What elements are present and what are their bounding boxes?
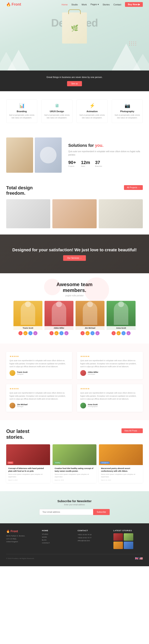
jim-testimonial-author: Jim Michael Manager [9, 403, 69, 408]
newsletter-email-input[interactable] [39, 509, 93, 515]
footer-email: office@mail.dom [78, 539, 107, 542]
anna-social: f g+ t p [107, 331, 136, 335]
solutions-images [6, 138, 64, 173]
all-projects-button[interactable]: All Projects → [124, 185, 143, 190]
footer-nav-contact[interactable]: CONTACT [42, 542, 72, 544]
anna-tw-icon[interactable]: t [122, 331, 126, 335]
newsletter-subscribe-button[interactable]: Subscribe [93, 509, 110, 515]
footer-stories-title: Latest Stories [113, 530, 143, 532]
abbie-fb-icon[interactable]: f [49, 331, 54, 335]
nav-links: Home Studio Work Pages ▾ Stories Contact… [61, 2, 143, 7]
footer: 🔥 Front 48-51 Fulham S. Bondon,Lon L12 8… [0, 523, 149, 566]
flag-uk: 🇬🇧 [135, 557, 139, 560]
footer-phone-1: +0021 02 83 79 18 [78, 533, 107, 536]
footer-story-thumbnails [113, 533, 143, 549]
blog-section: Our lateststories. View All Posts → Erro… [0, 420, 149, 492]
blog-post-1[interactable]: Error Concept of bitterness with hand pa… [6, 444, 50, 483]
anna-fb-icon[interactable]: f [112, 331, 116, 335]
buy-now-button[interactable]: Buy Now ▶ [125, 2, 143, 7]
jim-author-role: Manager [17, 406, 27, 408]
anna-head [118, 301, 124, 307]
blog-post-3[interactable]: Indulgence Macaroned pastry almond assor… [99, 444, 143, 483]
jim-stars: ★★★★★ [9, 388, 69, 390]
abbie-gplus-icon[interactable]: g+ [54, 331, 59, 335]
travis-pin-icon[interactable]: p [33, 331, 37, 335]
dark-cta-section: Designed for your satisfaction! We just … [0, 234, 149, 273]
stat-projects: 90+ Projects [68, 160, 76, 167]
footer-col-brand: 🔥 Front 48-51 Fulham S. Bondon,Lon L12 8… [6, 530, 36, 549]
cta-button[interactable]: See us [67, 81, 82, 86]
nav-contact[interactable]: Contact [113, 3, 121, 6]
footer-contact-title: Contact [78, 530, 107, 532]
footer-address: 48-51 Fulham S. Bondon,Lon L12 8QQ,Unite… [6, 534, 36, 543]
abbie-stars: ★★★★★ [80, 355, 140, 358]
footer-col-stories: Latest Stories [113, 530, 143, 549]
nav-work[interactable]: Work [82, 3, 87, 6]
travis-author-info: Travis Scott Designer [17, 371, 27, 375]
testimonial-travis: ★★★★★ Quis aute iure reprehenderit in vo… [6, 352, 72, 379]
animation-desc: Sed ut perspiciatis unde omnis iste natu… [79, 114, 105, 120]
jim-pin-icon[interactable]: p [95, 331, 100, 335]
nav-studio[interactable]: Studio [71, 3, 78, 6]
jim-testimonial-text: Quis aute iure reprehenderit in voluptat… [9, 392, 69, 400]
travis-fb-icon[interactable]: f [18, 331, 22, 335]
photography-icon: 📷 [114, 103, 141, 108]
jim-fb-icon[interactable]: f [81, 331, 85, 335]
nav-home[interactable]: Home [61, 3, 67, 6]
triangle-shape-4 [133, 54, 149, 70]
newsletter-desc: Enter your email address [6, 504, 143, 506]
service-uiux: 🖥 UI/UX Design Sed ut perspiciatis unde … [41, 100, 72, 123]
footer-flags: 🇬🇧 🇺🇸 [135, 557, 143, 560]
jim-gplus-icon[interactable]: g+ [85, 331, 90, 335]
service-branding: 📊 Branding Sed ut perspiciatis unde omni… [6, 100, 37, 123]
flag-us: 🇺🇸 [139, 557, 143, 560]
portfolio-item-1[interactable] [6, 199, 50, 228]
footer-col-contact: Contact +0021 02 83 79 18 +0018 24 62 73… [78, 530, 107, 549]
footer-nav-studio[interactable]: STUDIO [42, 533, 72, 535]
view-all-posts-button[interactable]: View All Posts → [122, 428, 143, 433]
portfolio-item-3[interactable] [99, 199, 143, 228]
footer-bottom: © 2019 Frontiers. All Rights Reserved. 🇬… [6, 554, 143, 560]
blog-post-2-title: Creative food diet healthy eating concep… [55, 467, 94, 472]
blog-post-2[interactable]: Healthy Creative food diet healthy eatin… [53, 444, 96, 483]
footer-nav-links: STUDIO WORK BLOG CONTACT [42, 533, 72, 544]
blog-title: Our lateststories. [6, 428, 29, 440]
nav-stories[interactable]: Stories [103, 3, 110, 6]
portfolio-section: Total designfreedom. All Projects → [0, 179, 149, 235]
jim-tw-icon[interactable]: t [90, 331, 95, 335]
footer-story-1[interactable] [113, 533, 123, 541]
footer-col-nav: HOME STUDIO WORK BLOG CONTACT [42, 530, 72, 549]
animation-icon: ⚡ [79, 103, 105, 108]
branding-name: Branding [8, 110, 35, 112]
travis-tw-icon[interactable]: t [28, 331, 32, 335]
anna-pin-icon[interactable]: p [127, 331, 131, 335]
navigation: 🔥 Front Home Studio Work Pages ▾ Stories… [0, 0, 149, 9]
solution-image-2 [35, 138, 62, 173]
blog-post-3-content: Macaroned pastry almond assort confectio… [99, 465, 143, 483]
stat-sales-value: 12m [81, 160, 90, 165]
testimonial-jim: ★★★★★ Quis aute iure reprehenderit in vo… [6, 384, 72, 412]
blog-post-1-meta: March 6, 2019 [8, 479, 48, 481]
footer-nav-blog[interactable]: BLOG [42, 539, 72, 541]
abbie-tw-icon[interactable]: t [59, 331, 64, 335]
travis-gplus-icon[interactable]: g+ [23, 331, 27, 335]
footer-story-4[interactable] [124, 542, 133, 549]
dark-cta-button[interactable]: Our Services → [63, 255, 86, 261]
uiux-name: UI/UX Design [44, 110, 70, 112]
solutions-desc: Quis aute iure reprehenderit in voluptat… [68, 150, 143, 156]
anna-gplus-icon[interactable]: g+ [117, 331, 121, 335]
hero-section: Designed Get your subscription MOCKUP 🌿 [0, 0, 149, 70]
portfolio-item-2[interactable] [52, 199, 96, 228]
photography-name: Photography [114, 110, 141, 112]
nav-pages[interactable]: Pages ▾ [90, 3, 99, 6]
footer-story-2[interactable] [124, 533, 133, 541]
abbie-pin-icon[interactable]: p [64, 331, 68, 335]
footer-story-3[interactable] [113, 542, 123, 549]
travis-social: f g+ t p [13, 331, 42, 335]
blog-post-3-image: Indulgence [99, 444, 143, 465]
blog-post-1-tag: Error [7, 462, 13, 464]
solutions-title-highlight: you. [95, 143, 104, 148]
testimonial-anna: ★★★★★ Quis aute iure reprehenderit in vo… [77, 384, 143, 412]
footer-nav-work[interactable]: WORK [42, 536, 72, 538]
newsletter-title: Subscribe for Newsletter [6, 500, 143, 503]
